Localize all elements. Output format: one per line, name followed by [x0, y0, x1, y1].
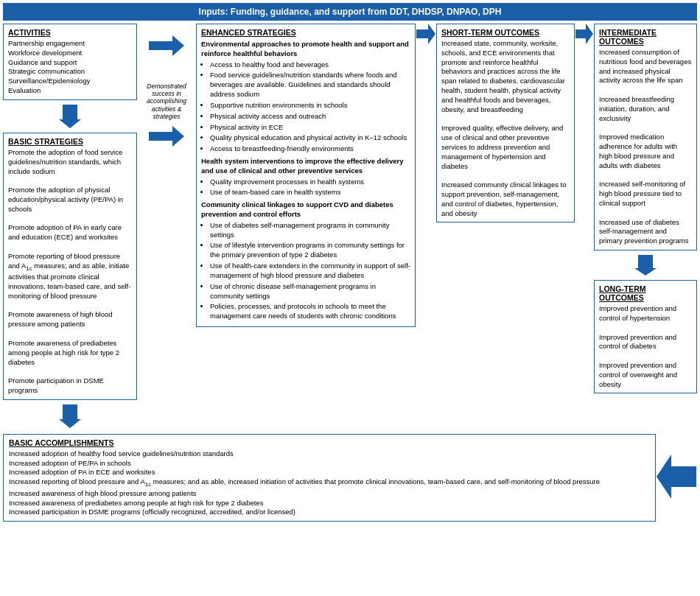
long-term-content: Improved prevention and control of hyper… [599, 304, 692, 389]
inter-item-5: Increased use of diabetes self-managemen… [599, 218, 692, 246]
basic-strategies-title: BASIC STRATEGIES [8, 137, 132, 146]
inter-item-4: Increased self-monitoring of high blood … [599, 180, 692, 208]
es-s3-i4: Use of chronic disease self-management p… [210, 282, 410, 301]
enhanced-title: ENHANCED STRATEGIES [201, 28, 410, 37]
ba-item-2: Increased adoption of PE/PA in schools [9, 459, 650, 469]
bs-item-5: Promote awareness of high blood pressure… [8, 310, 132, 329]
ba-item-6: Increased awareness of prediabetes among… [9, 499, 650, 508]
ba-item-1: Increased adoption of healthy food servi… [9, 449, 650, 459]
ba-item-4: Increased reporting of blood pressure an… [9, 477, 650, 489]
arrow-act-to-enh [149, 35, 184, 57]
bs-item-3: Promote adoption of PA in early care and… [8, 223, 132, 242]
bs-item-4: Promote reporting of blood pressure and … [8, 252, 132, 301]
activities-box: ACTIVITIES Partnership engagement Workfo… [3, 24, 137, 100]
lt-item-1: Improved prevention and control of hyper… [599, 304, 692, 323]
bs-item-2: Promote the adoption of physical educati… [8, 186, 132, 214]
enhanced-content: Environmental approaches to promote heal… [201, 40, 410, 321]
activities-item-5: Surveillance/Epidemiology [8, 77, 132, 86]
long-term-box: LONG-TERM OUTCOMES Improved prevention a… [594, 280, 697, 393]
intermediate-box: INTERMEDIATE OUTCOMES Increased consumpt… [594, 24, 697, 250]
es-s3-i3: Use of health-care extenders in the comm… [210, 262, 410, 281]
es-s2-i1: Quality improvement processes in health … [210, 178, 410, 187]
activities-item-3: Guidance and support [8, 58, 132, 68]
es-section1-list: Access to healthy food and beverages Foo… [201, 60, 410, 154]
svg-marker-3 [149, 126, 184, 147]
big-left-arrow [656, 455, 697, 499]
bs-item-6: Promote awareness of prediabetes among p… [8, 339, 132, 367]
svg-marker-2 [149, 35, 184, 56]
inter-item-2: Increased breastfeeding initiation, dura… [599, 95, 692, 123]
main-top-section: ACTIVITIES Partnership engagement Workfo… [3, 24, 697, 430]
es-section3-title: Community clinical linkages to support C… [201, 200, 410, 220]
es-s1-i1: Access to healthy food and beverages [210, 60, 410, 70]
activities-content: Partnership engagement Workforce develop… [8, 39, 132, 96]
long-term-title: LONG-TERM OUTCOMES [599, 284, 692, 302]
es-section2-title: Health system interventions to improve t… [201, 157, 410, 176]
es-s1-i6: Quality physical education and physical … [210, 133, 410, 143]
arrow-short-to-inter [575, 24, 594, 44]
basic-strategies-box: BASIC STRATEGIES Promote the adoption of… [3, 133, 137, 400]
short-term-title: SHORT-TERM OUTCOMES [441, 28, 570, 37]
basic-strategies-content: Promote the adoption of food service gui… [8, 148, 132, 396]
st-item-1: Increased state, community, worksite, sc… [441, 39, 570, 115]
ba-content: Increased adoption of healthy food servi… [9, 449, 650, 517]
lt-item-2: Improved prevention and control of diabe… [599, 333, 692, 352]
arrow-enh-to-short [416, 24, 436, 44]
header-banner: Inputs: Funding, guidance, and support f… [3, 3, 697, 21]
activities-item-6: Evaluation [8, 86, 132, 96]
bottom-section: BASIC ACCOMPLISHMENTS Increased adoption… [3, 432, 697, 522]
es-section2-list: Quality improvement processes in health … [201, 178, 410, 198]
short-term-col: SHORT-TERM OUTCOMES Increased state, com… [436, 24, 575, 222]
svg-marker-4 [416, 24, 435, 44]
intermediate-content: Increased consumption of nutritious food… [599, 48, 692, 246]
down-arrow-1 [3, 105, 137, 128]
bs-item-7: Promote participation in DSME programs [8, 376, 132, 396]
short-term-content: Increased state, community, worksite, sc… [441, 39, 570, 218]
activities-item-1: Partnership engagement [8, 39, 132, 49]
activities-title: ACTIVITIES [8, 28, 132, 37]
enhanced-strategies-box: ENHANCED STRATEGIES Environmental approa… [196, 24, 416, 327]
es-section3-list: Use of diabetes self-management programs… [201, 221, 410, 321]
page-wrapper: Inputs: Funding, guidance, and support f… [0, 0, 700, 525]
inter-item-3: Improved medication adherence for adults… [599, 133, 692, 170]
activities-item-2: Workforce development [8, 49, 132, 58]
es-s3-i1: Use of diabetes self-management programs… [210, 221, 410, 240]
svg-marker-6 [634, 255, 657, 276]
es-s1-i5: Physical activity in ECE [210, 123, 410, 133]
activities-item-4: Strategic communication [8, 67, 132, 77]
demonstrated-note: Demonstrated success in accomplishing ac… [140, 83, 193, 120]
es-s1-i7: Access to breastfeeding-friendly environ… [210, 144, 410, 154]
st-item-2: Improved quality, effective delivery, an… [441, 124, 570, 171]
ba-item-3: Increased adoption of PA in ECE and work… [9, 468, 650, 477]
header-title: Inputs: Funding, guidance, and support f… [199, 7, 502, 17]
right-column: INTERMEDIATE OUTCOMES Increased consumpt… [594, 24, 697, 393]
intermediate-title: INTERMEDIATE OUTCOMES [599, 28, 692, 46]
svg-marker-1 [59, 404, 81, 428]
left-column: ACTIVITIES Partnership engagement Workfo… [3, 24, 137, 430]
es-s1-i4: Physical activity access and outreach [210, 112, 410, 122]
es-s1-i3: Supportive nutrition environments in sch… [210, 101, 410, 111]
inter-item-1: Increased consumption of nutritious food… [599, 48, 692, 85]
down-arrow-2 [3, 404, 137, 428]
ba-item-7: Increased participation in DSME programs… [9, 508, 650, 517]
svg-marker-5 [575, 24, 593, 44]
st-item-3: Increased community clinical linkages to… [441, 180, 570, 218]
enhanced-col: ENHANCED STRATEGIES Environmental approa… [196, 24, 416, 327]
ba-title: BASIC ACCOMPLISHMENTS [9, 438, 650, 447]
middle-arrows-col: Demonstrated success in accomplishing ac… [137, 24, 196, 148]
svg-marker-7 [657, 455, 696, 499]
bs-item-1: Promote the adoption of food service gui… [8, 148, 132, 176]
es-section1-title: Environmental approaches to promote heal… [201, 40, 410, 59]
es-s1-i2: Food service guidelines/nutrition standa… [210, 71, 410, 99]
down-arrow-intermediate [594, 255, 697, 276]
es-s2-i2: Use of team-based care in health systems [210, 188, 410, 197]
basic-accomplishments-box: BASIC ACCOMPLISHMENTS Increased adoption… [3, 434, 656, 522]
ba-item-5: Increased awareness of high blood pressu… [9, 489, 650, 499]
arrow-bs-to-enh [149, 126, 184, 148]
es-s3-i5: Policies, processes, and protocols in sc… [210, 302, 410, 321]
short-term-box: SHORT-TERM OUTCOMES Increased state, com… [436, 24, 575, 222]
es-s3-i2: Use of lifestyle intervention programs i… [210, 241, 410, 260]
lt-item-3: Improved prevention and control of overw… [599, 361, 692, 389]
svg-marker-0 [59, 105, 81, 128]
